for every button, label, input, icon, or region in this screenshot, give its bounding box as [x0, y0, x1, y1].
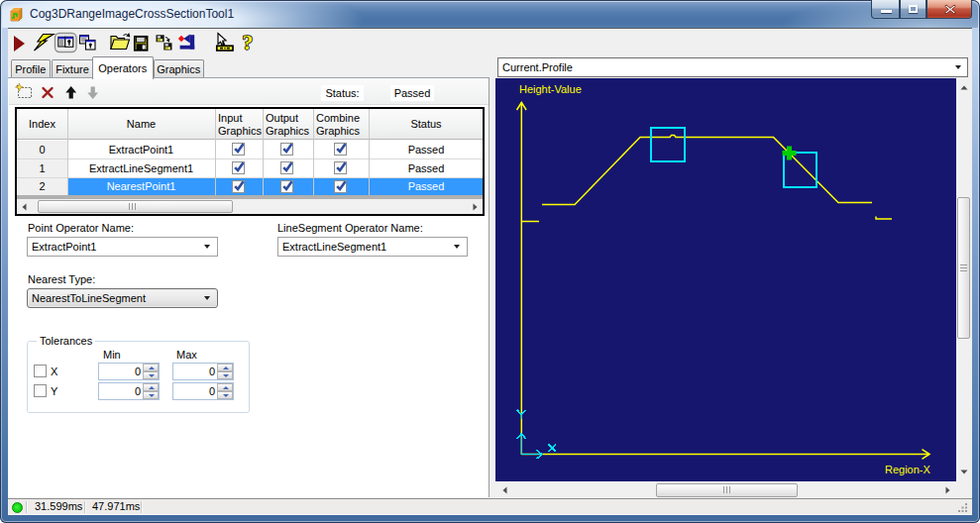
svg-text:Region-X: Region-X [885, 464, 931, 475]
svg-text:?: ? [243, 30, 254, 54]
svg-text:Height-Value: Height-Value [519, 83, 582, 95]
